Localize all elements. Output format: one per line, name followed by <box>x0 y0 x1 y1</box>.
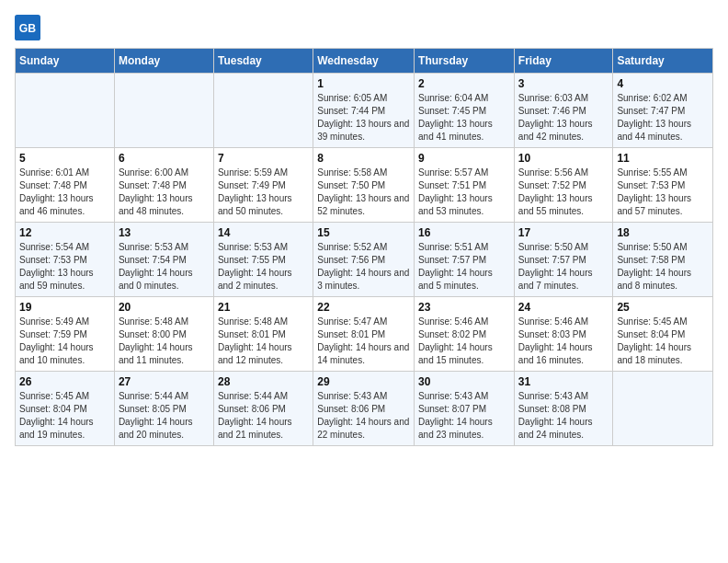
calendar-cell: 22Sunrise: 5:47 AMSunset: 8:01 PMDayligh… <box>313 297 415 372</box>
calendar-cell: 24Sunrise: 5:46 AMSunset: 8:03 PMDayligh… <box>514 297 613 372</box>
day-info: Sunrise: 6:00 AMSunset: 7:48 PMDaylight:… <box>119 167 210 218</box>
day-number: 18 <box>617 226 709 239</box>
calendar-cell <box>613 372 713 446</box>
weekday-header: Sunday <box>16 49 115 74</box>
day-number: 3 <box>518 77 609 90</box>
calendar-cell: 18Sunrise: 5:50 AMSunset: 7:58 PMDayligh… <box>613 223 713 297</box>
day-info: Sunrise: 5:45 AMSunset: 8:04 PMDaylight:… <box>19 390 110 442</box>
day-info: Sunrise: 5:49 AMSunset: 7:59 PMDaylight:… <box>19 316 110 367</box>
calendar-cell: 1Sunrise: 6:05 AMSunset: 7:44 PMDaylight… <box>313 74 415 148</box>
day-info: Sunrise: 6:03 AMSunset: 7:46 PMDaylight:… <box>518 92 609 144</box>
calendar-cell: 19Sunrise: 5:49 AMSunset: 7:59 PMDayligh… <box>16 297 115 372</box>
day-number: 17 <box>518 226 609 239</box>
calendar-header: SundayMondayTuesdayWednesdayThursdayFrid… <box>16 49 713 74</box>
day-number: 21 <box>218 301 309 314</box>
calendar-cell: 11Sunrise: 5:55 AMSunset: 7:53 PMDayligh… <box>613 148 713 223</box>
calendar-cell: 31Sunrise: 5:43 AMSunset: 8:08 PMDayligh… <box>514 372 613 446</box>
logo-icon: GB <box>15 15 40 40</box>
calendar-cell: 30Sunrise: 5:43 AMSunset: 8:07 PMDayligh… <box>415 372 515 446</box>
day-info: Sunrise: 5:56 AMSunset: 7:52 PMDaylight:… <box>518 167 609 218</box>
day-info: Sunrise: 5:48 AMSunset: 8:01 PMDaylight:… <box>218 316 309 367</box>
calendar-week-row: 1Sunrise: 6:05 AMSunset: 7:44 PMDaylight… <box>16 74 713 148</box>
day-number: 16 <box>418 226 510 239</box>
day-info: Sunrise: 5:47 AMSunset: 8:01 PMDaylight:… <box>317 316 410 367</box>
calendar-week-row: 5Sunrise: 6:01 AMSunset: 7:48 PMDaylight… <box>16 148 713 223</box>
calendar-cell: 21Sunrise: 5:48 AMSunset: 8:01 PMDayligh… <box>213 297 313 372</box>
calendar-cell: 29Sunrise: 5:43 AMSunset: 8:06 PMDayligh… <box>313 372 415 446</box>
calendar-cell: 26Sunrise: 5:45 AMSunset: 8:04 PMDayligh… <box>16 372 115 446</box>
weekday-header: Tuesday <box>213 49 313 74</box>
calendar-cell: 27Sunrise: 5:44 AMSunset: 8:05 PMDayligh… <box>114 372 213 446</box>
day-number: 13 <box>119 226 210 239</box>
calendar-body: 1Sunrise: 6:05 AMSunset: 7:44 PMDaylight… <box>16 74 713 446</box>
calendar-cell: 8Sunrise: 5:58 AMSunset: 7:50 PMDaylight… <box>313 148 415 223</box>
day-info: Sunrise: 5:57 AMSunset: 7:51 PMDaylight:… <box>418 167 510 218</box>
calendar-cell: 9Sunrise: 5:57 AMSunset: 7:51 PMDaylight… <box>415 148 515 223</box>
calendar-cell: 3Sunrise: 6:03 AMSunset: 7:46 PMDaylight… <box>514 74 613 148</box>
calendar-cell: 16Sunrise: 5:51 AMSunset: 7:57 PMDayligh… <box>415 223 515 297</box>
day-info: Sunrise: 5:52 AMSunset: 7:56 PMDaylight:… <box>317 241 410 293</box>
calendar-cell: 13Sunrise: 5:53 AMSunset: 7:54 PMDayligh… <box>114 223 213 297</box>
day-info: Sunrise: 6:02 AMSunset: 7:47 PMDaylight:… <box>617 92 709 144</box>
calendar-cell <box>16 74 115 148</box>
weekday-header: Monday <box>114 49 213 74</box>
day-number: 12 <box>19 226 110 239</box>
day-number: 27 <box>119 375 210 388</box>
day-number: 9 <box>418 152 510 165</box>
day-number: 19 <box>19 301 110 314</box>
calendar-cell: 7Sunrise: 5:59 AMSunset: 7:49 PMDaylight… <box>213 148 313 223</box>
calendar-cell: 14Sunrise: 5:53 AMSunset: 7:55 PMDayligh… <box>213 223 313 297</box>
day-info: Sunrise: 5:53 AMSunset: 7:55 PMDaylight:… <box>218 241 309 293</box>
day-number: 22 <box>317 301 410 314</box>
day-info: Sunrise: 5:44 AMSunset: 8:06 PMDaylight:… <box>218 390 309 442</box>
day-info: Sunrise: 5:50 AMSunset: 7:57 PMDaylight:… <box>518 241 609 293</box>
day-info: Sunrise: 5:51 AMSunset: 7:57 PMDaylight:… <box>418 241 510 293</box>
svg-text:GB: GB <box>19 22 37 35</box>
day-number: 28 <box>218 375 309 388</box>
day-number: 11 <box>617 152 709 165</box>
calendar-cell: 23Sunrise: 5:46 AMSunset: 8:02 PMDayligh… <box>415 297 515 372</box>
day-info: Sunrise: 5:59 AMSunset: 7:49 PMDaylight:… <box>218 167 309 218</box>
calendar-cell: 5Sunrise: 6:01 AMSunset: 7:48 PMDaylight… <box>16 148 115 223</box>
weekday-header: Wednesday <box>313 49 415 74</box>
calendar-cell: 28Sunrise: 5:44 AMSunset: 8:06 PMDayligh… <box>213 372 313 446</box>
calendar-cell: 15Sunrise: 5:52 AMSunset: 7:56 PMDayligh… <box>313 223 415 297</box>
calendar-table: SundayMondayTuesdayWednesdayThursdayFrid… <box>15 48 713 446</box>
day-info: Sunrise: 6:01 AMSunset: 7:48 PMDaylight:… <box>19 167 110 218</box>
day-number: 14 <box>218 226 309 239</box>
day-info: Sunrise: 6:04 AMSunset: 7:45 PMDaylight:… <box>418 92 510 144</box>
calendar-cell: 17Sunrise: 5:50 AMSunset: 7:57 PMDayligh… <box>514 223 613 297</box>
day-number: 6 <box>119 152 210 165</box>
calendar-cell: 2Sunrise: 6:04 AMSunset: 7:45 PMDaylight… <box>415 74 515 148</box>
day-info: Sunrise: 5:50 AMSunset: 7:58 PMDaylight:… <box>617 241 709 293</box>
day-info: Sunrise: 5:54 AMSunset: 7:53 PMDaylight:… <box>19 241 110 293</box>
calendar-cell <box>213 74 313 148</box>
day-info: Sunrise: 5:45 AMSunset: 8:04 PMDaylight:… <box>617 316 709 367</box>
weekday-row: SundayMondayTuesdayWednesdayThursdayFrid… <box>16 49 713 74</box>
day-info: Sunrise: 5:55 AMSunset: 7:53 PMDaylight:… <box>617 167 709 218</box>
day-number: 26 <box>19 375 110 388</box>
day-info: Sunrise: 5:53 AMSunset: 7:54 PMDaylight:… <box>119 241 210 293</box>
day-info: Sunrise: 5:48 AMSunset: 8:00 PMDaylight:… <box>119 316 210 367</box>
logo: GB <box>15 15 44 40</box>
day-info: Sunrise: 5:43 AMSunset: 8:06 PMDaylight:… <box>317 390 410 442</box>
day-number: 8 <box>317 152 410 165</box>
calendar-cell: 10Sunrise: 5:56 AMSunset: 7:52 PMDayligh… <box>514 148 613 223</box>
calendar-cell: 25Sunrise: 5:45 AMSunset: 8:04 PMDayligh… <box>613 297 713 372</box>
day-number: 5 <box>19 152 110 165</box>
day-number: 7 <box>218 152 309 165</box>
day-info: Sunrise: 6:05 AMSunset: 7:44 PMDaylight:… <box>317 92 410 144</box>
weekday-header: Thursday <box>415 49 515 74</box>
calendar-cell: 20Sunrise: 5:48 AMSunset: 8:00 PMDayligh… <box>114 297 213 372</box>
day-number: 30 <box>418 375 510 388</box>
calendar-week-row: 12Sunrise: 5:54 AMSunset: 7:53 PMDayligh… <box>16 223 713 297</box>
day-number: 25 <box>617 301 709 314</box>
day-info: Sunrise: 5:58 AMSunset: 7:50 PMDaylight:… <box>317 167 410 218</box>
day-number: 4 <box>617 77 709 90</box>
weekday-header: Saturday <box>613 49 713 74</box>
day-info: Sunrise: 5:46 AMSunset: 8:02 PMDaylight:… <box>418 316 510 367</box>
day-number: 24 <box>518 301 609 314</box>
day-number: 2 <box>418 77 510 90</box>
page-header: GB <box>15 15 713 40</box>
calendar-cell <box>114 74 213 148</box>
